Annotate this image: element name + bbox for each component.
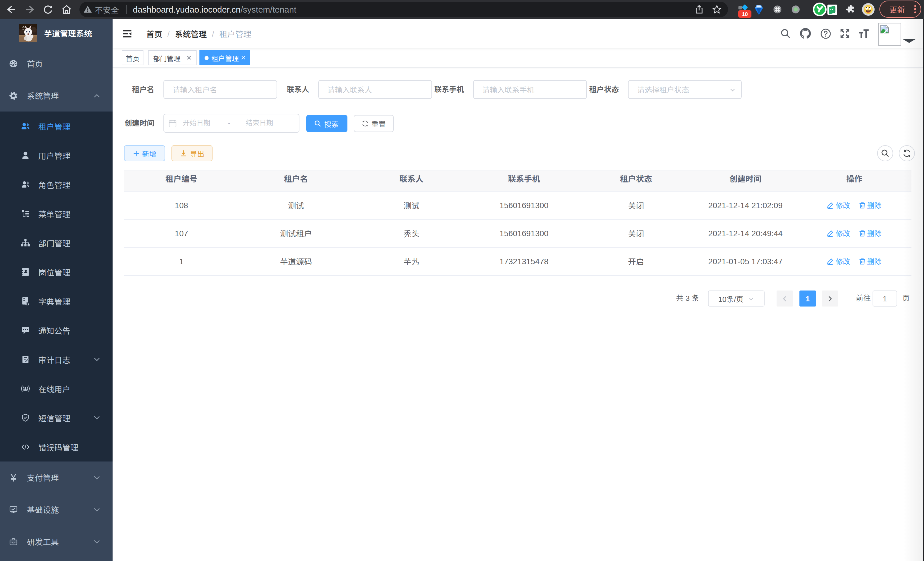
sidebar-item-label: 在线用户 <box>38 383 70 394</box>
extension-chat-icon[interactable] <box>826 0 838 19</box>
sidebar-item-11[interactable]: 在线用户 <box>0 374 112 403</box>
sidebar-item-5[interactable]: 菜单管理 <box>0 199 112 228</box>
sidebar-item-1[interactable]: 系统管理 <box>0 80 112 111</box>
tab-dept[interactable]: 部门管理 <box>148 50 196 65</box>
browser-forward-button[interactable] <box>22 0 37 19</box>
pagination-goto-input[interactable]: 1 <box>873 290 897 307</box>
browser-back-button[interactable] <box>3 0 18 19</box>
sidebar-item-0[interactable]: 首页 <box>0 47 112 80</box>
status-select[interactable]: 请选择租户状态 <box>628 80 742 99</box>
online-icon <box>21 384 30 393</box>
header-font-size-icon[interactable] <box>854 19 874 48</box>
pagination-next-button[interactable] <box>822 290 838 307</box>
tab-home[interactable]: 首页 <box>122 50 143 65</box>
sidebar-item-label: 字典管理 <box>38 295 70 307</box>
avatar-caret-icon[interactable] <box>902 39 916 43</box>
edit-link[interactable]: 修改 <box>827 200 850 211</box>
table-row-0[interactable]: 108测试测试15601691300关闭2021-12-14 21:02:09修… <box>124 191 911 219</box>
tab-close-icon[interactable] <box>186 55 191 60</box>
url-path[interactable]: /system/tenant <box>241 5 296 14</box>
breadcrumb-separator: / <box>167 29 170 38</box>
sidebar-item-14[interactable]: 支付管理 <box>0 462 112 493</box>
add-button[interactable]: 新增 <box>124 145 165 161</box>
mobile-input[interactable]: 请输入联系手机 <box>473 80 587 99</box>
sidebar-item-15[interactable]: 基础设施 <box>0 493 112 526</box>
header-fullscreen-icon[interactable] <box>835 19 854 48</box>
logo-bunny-image <box>19 24 37 42</box>
search-button-label: 搜索 <box>324 118 339 129</box>
tab-tenant[interactable]: 租户管理 <box>200 50 250 65</box>
page-size-select[interactable]: 10条/页 <box>708 290 765 307</box>
user-avatar[interactable] <box>878 23 901 45</box>
cell-1-5: 2021-12-14 20:49:44 <box>694 219 797 247</box>
extension-record-icon[interactable] <box>789 0 802 19</box>
log-icon <box>21 355 30 364</box>
browser-menu-kebab-icon[interactable] <box>914 5 916 14</box>
chevron-down-icon <box>93 414 100 421</box>
security-label[interactable]: 不安全 <box>95 4 119 15</box>
extensions-puzzle-icon[interactable] <box>844 0 856 19</box>
extension-y-icon[interactable] <box>812 0 827 19</box>
user-icon <box>21 151 30 159</box>
url-bar[interactable]: 不安全 dashboard.yudao.iocoder.cn/system/te… <box>80 2 728 17</box>
edit-link[interactable]: 修改 <box>827 228 850 238</box>
sidebar-item-7[interactable]: 岗位管理 <box>0 257 112 287</box>
profile-avatar-icon[interactable] <box>861 0 875 19</box>
tab-close-icon[interactable] <box>241 55 246 60</box>
header-github-icon[interactable] <box>796 19 815 48</box>
extension-gem-icon[interactable] <box>753 0 765 19</box>
sidebar-item-13[interactable]: 错误码管理 <box>0 432 112 462</box>
contact-input[interactable]: 请输入联系人 <box>318 80 432 99</box>
bookmark-star-icon[interactable] <box>709 0 724 19</box>
export-button[interactable]: 导出 <box>172 145 213 161</box>
extension-command-icon[interactable] <box>772 0 782 19</box>
extension-badge: 10 <box>738 10 752 18</box>
sidebar-item-12[interactable]: 短信管理 <box>0 403 112 432</box>
delete-link[interactable]: 删除 <box>859 228 881 238</box>
post-icon <box>21 268 30 276</box>
browser-home-button[interactable] <box>59 0 74 19</box>
url-host[interactable]: dashboard.yudao.iocoder.cn <box>133 5 241 14</box>
sidebar-collapse-icon[interactable] <box>121 27 133 40</box>
sidebar-item-label: 研发工具 <box>27 536 59 547</box>
create-time-range-picker[interactable]: 开始日期 - 结束日期 <box>164 114 299 133</box>
edit-link[interactable]: 修改 <box>827 256 850 266</box>
search-button[interactable]: 搜索 <box>306 115 347 132</box>
sidebar-item-10[interactable]: 审计日志 <box>0 345 112 374</box>
delete-link[interactable]: 删除 <box>859 200 881 211</box>
filter-label-status: 租户状态 <box>589 80 628 99</box>
sidebar-item-8[interactable]: 字典管理 <box>0 287 112 316</box>
date-start-placeholder[interactable]: 开始日期 <box>174 114 219 132</box>
column-header-1: 租户名 <box>239 170 353 191</box>
add-button-label: 新增 <box>142 148 156 159</box>
table-row-2[interactable]: 1芋道源码芋艿17321315478开启2021-01-05 17:03:47修… <box>124 247 911 275</box>
placeholder: 请输入联系手机 <box>482 84 586 95</box>
select-chevron-icon <box>748 295 754 302</box>
reset-button-icon <box>362 120 369 127</box>
breadcrumb-system[interactable]: 系统管理 <box>175 28 207 39</box>
pagination-prev-button[interactable] <box>776 290 793 307</box>
header-search-icon[interactable] <box>776 19 795 48</box>
date-end-placeholder[interactable]: 结束日期 <box>237 114 282 132</box>
sidebar-item-4[interactable]: 角色管理 <box>0 170 112 199</box>
delete-link[interactable]: 删除 <box>859 256 881 266</box>
browser-update-button[interactable]: 更新 <box>879 1 921 18</box>
toggle-search-button[interactable] <box>877 145 893 161</box>
cell-2-4: 开启 <box>578 247 694 275</box>
sidebar-item-16[interactable]: 研发工具 <box>0 526 112 558</box>
sidebar-item-9[interactable]: 通知公告 <box>0 316 112 345</box>
sidebar-logo[interactable]: 芋道管理系统 <box>0 19 112 47</box>
sidebar-item-2[interactable]: 租户管理 <box>0 111 112 141</box>
toggle-search-icon <box>881 149 889 157</box>
header-help-icon[interactable] <box>816 19 835 48</box>
sidebar-item-3[interactable]: 用户管理 <box>0 141 112 170</box>
sidebar-item-6[interactable]: 部门管理 <box>0 228 112 257</box>
refresh-button[interactable] <box>898 145 915 161</box>
browser-reload-button[interactable] <box>40 0 56 19</box>
pagination-page-1[interactable]: 1 <box>800 290 816 307</box>
table-row-1[interactable]: 107测试租户秃头15601691300关闭2021-12-14 20:49:4… <box>124 219 911 247</box>
share-icon[interactable] <box>691 0 707 19</box>
tenant-name-input[interactable]: 请输入租户名 <box>164 80 277 99</box>
breadcrumb-home[interactable]: 首页 <box>146 28 162 39</box>
reset-button[interactable]: 重置 <box>354 115 394 132</box>
